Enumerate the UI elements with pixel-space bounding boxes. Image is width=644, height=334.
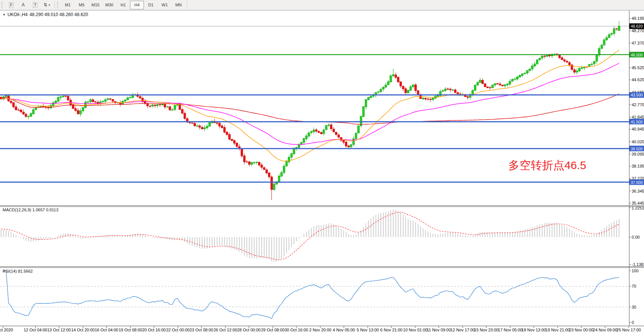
time-axis-label: 12 Nov 17:00 — [450, 328, 475, 332]
time-axis-label: 12 Oct 04:00 — [24, 328, 47, 332]
rsi-axis-tick-0: 0 — [632, 320, 634, 325]
macd-indicator — [1, 209, 619, 262]
price-axis-tick-42.770: 42.770 — [632, 102, 644, 107]
macd-axis-tick-1.2251: 1.2251 — [632, 206, 644, 210]
price-axis-tick-48.270: 48.270 — [632, 28, 644, 33]
price-axis-tick-36.345: 36.345 — [632, 189, 644, 193]
level-price-box-37.000: 37.000 — [629, 180, 644, 185]
current-price-box: 48.620 — [629, 23, 644, 29]
time-axis-label: 23 Nov 00:00 — [569, 328, 593, 332]
time-axis-label: 16 Oct 04:00 — [95, 328, 118, 332]
time-axis-label: 13 Oct 12:00 — [47, 328, 71, 332]
time-axis-label: 18 Nov 13:00 — [521, 328, 546, 332]
ma-mid-line — [1, 63, 619, 144]
time-axis-label: 29 Oct 08:00 — [261, 328, 285, 332]
time-axis-label: 9 Oct 2020 — [0, 328, 13, 332]
quote-values: 48.290 49.010 48.260 48.620 — [30, 12, 88, 17]
time-axis-label: 6 Nov 21:00 — [380, 328, 402, 332]
time-axis-label: 20 Oct 16:00 — [142, 328, 166, 332]
price-axis-tick-47.370: 47.370 — [632, 41, 644, 45]
macd-axis-tick-0.00: 0.00 — [632, 235, 640, 239]
time-axis-label: 17 Nov 05:00 — [498, 328, 522, 332]
rsi-axis-tick-100: 100 — [632, 269, 638, 273]
candlestick-series — [0, 21, 620, 200]
time-axis-label: 15 Nov 23:00 — [474, 328, 498, 332]
price-axis-tick-49.195: 49.195 — [632, 16, 644, 21]
level-price-box-43.500: 43.500 — [629, 92, 644, 98]
rsi-line — [4, 271, 619, 319]
moving-averages-group — [1, 50, 619, 161]
macd-axis-tick--1.1383: -1.1383 — [632, 262, 644, 267]
time-axis-label: 24 Nov 09:00 — [593, 328, 617, 332]
level-price-box-46.500: 46.500 — [629, 52, 644, 58]
price-axis-tick-38.195: 38.195 — [632, 164, 644, 168]
time-axis-label: 26 Oct 12:00 — [214, 328, 237, 332]
rsi-axis-tick-30: 30 — [632, 305, 636, 309]
rsi-label: RSI(14) 81.5662 — [3, 269, 33, 273]
time-axis-label: 14 Oct 20:00 — [71, 328, 95, 332]
price-axis-tick-44.620: 44.620 — [632, 77, 644, 82]
time-axis-label: 22 Oct 00:00 — [166, 328, 190, 332]
trading-terminal: { "toolbar": { "tools": [ {"name": "indi… — [0, 0, 644, 334]
time-axis-label: 2 Nov 20:00 — [309, 328, 331, 332]
time-axis-label: 28 Oct 00:00 — [237, 328, 261, 332]
symbol-label: UKOil-,H4 — [7, 12, 28, 17]
level-price-box-39.500: 39.500 — [629, 146, 644, 151]
time-axis-label: 5 Nov 13:00 — [357, 328, 379, 332]
ma-slow-line — [1, 94, 619, 125]
price-axis-tick-40.945: 40.945 — [632, 127, 644, 131]
price-axis-tick-40.020: 40.020 — [632, 140, 644, 144]
level-price-box-41.500: 41.500 — [629, 119, 644, 125]
time-axis-label: 25 Nov 17:00 — [616, 328, 641, 332]
rsi-axis-tick-70: 70 — [632, 284, 636, 288]
price-axis-tick-39.095: 39.095 — [632, 152, 644, 156]
time-axis-label: 23 Oct 08:00 — [190, 328, 213, 332]
time-axis-label: 11 Nov 09:00 — [427, 328, 451, 332]
macd-label: MACD(12,26,9) 1.0657 0.9113 — [3, 208, 58, 212]
time-axis-label: 19 Nov 21:00 — [545, 328, 570, 332]
time-axis-label: 30 Oct 16:00 — [285, 328, 308, 332]
symbol-dropdown-icon[interactable]: ▼ — [3, 13, 6, 16]
time-axis-label: 10 Nov 01:00 — [403, 328, 427, 332]
macd-signal-line — [1, 212, 619, 260]
price-axis-tick-35.445: 35.445 — [632, 201, 644, 205]
chart-header: ▼ UKOil-,H4 48.290 49.010 48.260 48.620 — [3, 12, 88, 17]
rsi-indicator — [0, 271, 629, 319]
time-axis-label: 4 Nov 05:00 — [333, 328, 355, 332]
chart-annotation[interactable]: 多空转折点46.5 — [508, 158, 586, 173]
price-axis-tick-45.520: 45.520 — [632, 65, 644, 70]
time-axis-label: 19 Oct 08:00 — [119, 328, 142, 332]
